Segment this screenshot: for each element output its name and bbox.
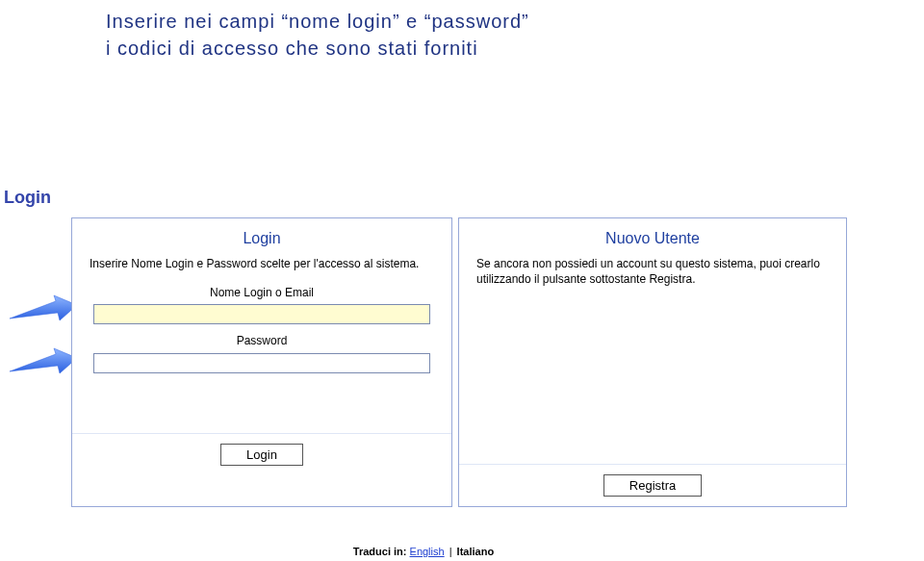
translate-label: Traduci in: (353, 546, 407, 557)
login-panel: Login Inserire Nome Login e Password sce… (71, 217, 452, 507)
new-user-panel-description: Se ancora non possiedi un account su que… (476, 257, 829, 287)
instruction-line-2: i codici di accesso che sono stati forni… (106, 35, 924, 62)
instruction-line-1: Inserire nei campi “nome login” e “passw… (106, 8, 924, 35)
login-panel-footer: Login (72, 433, 451, 475)
panels-container: Login Inserire Nome Login e Password sce… (71, 217, 847, 507)
new-user-panel-body: Se ancora non possiedi un account su que… (459, 257, 846, 464)
pointer-arrow-password-icon (10, 346, 77, 370)
register-button[interactable]: Registra (603, 474, 702, 497)
page-instruction: Inserire nei campi “nome login” e “passw… (0, 0, 924, 62)
login-field-label: Nome Login o Email (90, 286, 434, 301)
login-button[interactable]: Login (220, 444, 303, 466)
translate-current-italian: Italiano (457, 546, 495, 557)
new-user-panel-footer: Registra (459, 464, 846, 506)
password-input[interactable] (93, 353, 430, 373)
login-panel-body: Inserire Nome Login e Password scelte pe… (72, 257, 451, 433)
translate-bar: Traduci in: English | Italiano (0, 546, 847, 557)
translate-link-english[interactable]: English (410, 546, 445, 557)
new-user-panel-title: Nuovo Utente (459, 218, 846, 257)
login-input[interactable] (93, 304, 430, 324)
new-user-panel: Nuovo Utente Se ancora non possiedi un a… (458, 217, 847, 507)
login-panel-description: Inserire Nome Login e Password scelte pe… (90, 257, 434, 272)
login-panel-title: Login (72, 218, 451, 257)
translate-separator: | (449, 546, 452, 557)
password-field-label: Password (90, 334, 434, 349)
pointer-arrow-login-icon (10, 293, 77, 317)
section-title: Login (4, 188, 51, 208)
